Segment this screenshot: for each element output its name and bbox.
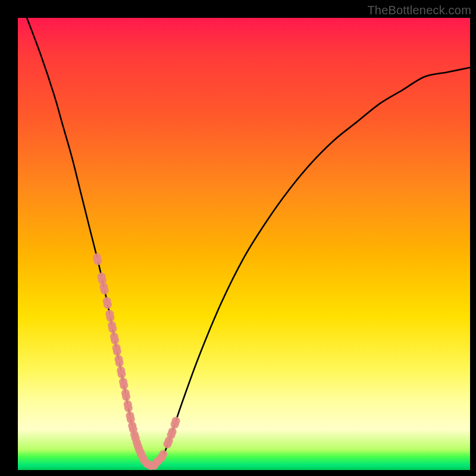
curve-layer xyxy=(18,18,470,470)
valley-marker xyxy=(167,427,177,439)
svg-point-53 xyxy=(168,427,177,436)
svg-point-7 xyxy=(104,300,112,309)
svg-point-1 xyxy=(93,257,102,265)
valley-marker xyxy=(171,417,180,429)
svg-point-15 xyxy=(113,347,121,356)
svg-point-17 xyxy=(115,359,124,367)
svg-point-13 xyxy=(111,336,119,345)
svg-point-25 xyxy=(124,404,133,412)
plot-area xyxy=(18,18,470,470)
valley-marker xyxy=(126,412,134,424)
valley-marker xyxy=(110,333,119,345)
valley-marker xyxy=(108,321,117,333)
valley-marker xyxy=(119,378,128,390)
svg-point-5 xyxy=(101,286,109,295)
valley-marker xyxy=(158,450,168,461)
svg-point-23 xyxy=(122,393,130,401)
svg-point-11 xyxy=(108,325,117,333)
bottleneck-curve xyxy=(27,18,470,466)
valley-marker xyxy=(124,400,133,412)
valley-marker xyxy=(112,344,121,356)
valley-marker xyxy=(93,253,102,265)
valley-marker xyxy=(121,389,130,401)
svg-point-9 xyxy=(106,314,114,322)
valley-marker xyxy=(103,297,112,309)
watermark-text: TheBottleneck.com xyxy=(367,4,471,17)
valley-marker xyxy=(105,310,114,322)
valley-marker xyxy=(98,273,107,284)
curve-path xyxy=(27,18,470,466)
svg-point-55 xyxy=(172,417,180,425)
svg-point-21 xyxy=(120,381,128,390)
svg-point-49 xyxy=(159,450,167,458)
valley-marker xyxy=(114,355,123,367)
chart-frame: TheBottleneck.com xyxy=(0,0,476,476)
valley-marker xyxy=(117,367,126,378)
valley-marker xyxy=(99,283,108,295)
valley-markers xyxy=(93,253,180,470)
svg-point-19 xyxy=(117,370,126,378)
